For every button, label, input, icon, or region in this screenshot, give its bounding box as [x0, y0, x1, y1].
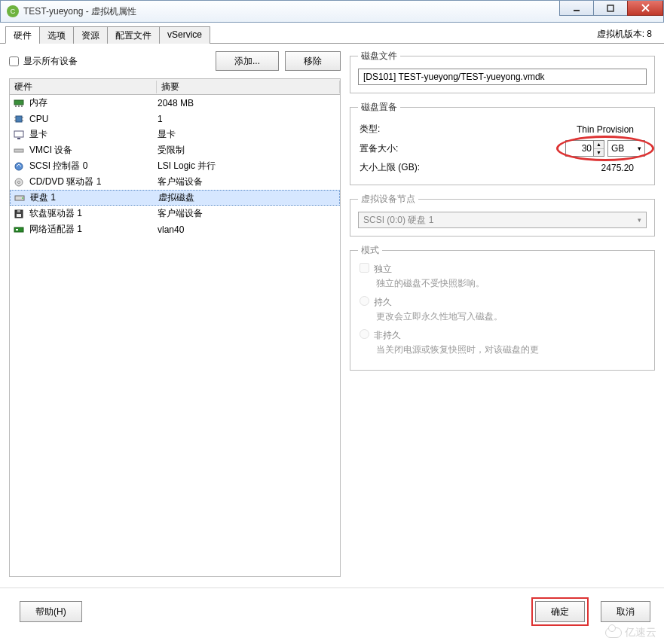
hw-name: SCSI 控制器 0: [29, 160, 158, 172]
disk-file-value[interactable]: [DS101] TEST-yueyong/TEST-yueyong.vmdk: [358, 69, 647, 85]
type-label: 类型:: [360, 121, 473, 137]
help-button[interactable]: 帮助(H): [20, 601, 82, 622]
close-button[interactable]: [627, 1, 663, 16]
scsi-icon: [13, 161, 25, 172]
hw-name: 显卡: [29, 128, 158, 141]
max-value: 2475.20: [474, 160, 645, 175]
size-input[interactable]: [566, 141, 593, 156]
show-all-checkbox[interactable]: [9, 56, 19, 66]
hw-name: CD/DVD 驱动器 1: [29, 175, 158, 188]
window-title: TEST-yueyong - 虚拟机属性: [23, 5, 136, 18]
hw-summary: 客户端设备: [158, 207, 337, 220]
mem-icon: [13, 98, 25, 108]
persistent-radio: [360, 296, 369, 306]
ok-button[interactable]: 确定: [535, 601, 585, 622]
persistent-label: 持久: [374, 296, 392, 309]
hw-summary: vlan40: [158, 224, 337, 235]
svg-rect-1: [607, 5, 614, 11]
svg-point-20: [22, 197, 23, 199]
spin-up-icon[interactable]: ▲: [594, 141, 604, 149]
main-area: 显示所有设备 添加... 移除 硬件 摘要 内存2048 MBCPU1显卡显卡V…: [0, 44, 664, 583]
cd-icon: [13, 177, 25, 188]
show-all-label: 显示所有设备: [23, 55, 78, 68]
video-icon: [13, 130, 25, 140]
hw-row[interactable]: 显卡显卡: [10, 127, 340, 142]
tab-vservice[interactable]: vService: [159, 26, 210, 44]
hw-summary: LSI Logic 并行: [158, 160, 337, 172]
hw-row[interactable]: 硬盘 1虚拟磁盘: [10, 190, 340, 206]
cpu-icon: [13, 114, 25, 124]
minimize-button[interactable]: [559, 1, 594, 16]
node-group: 虚拟设备节点 SCSI (0:0) 硬盘 1: [350, 193, 655, 237]
hw-summary: 1: [158, 114, 337, 124]
tabs: 硬件 选项 资源 配置文件 vService 虚拟机版本: 8: [0, 26, 664, 44]
add-button[interactable]: 添加...: [216, 51, 279, 71]
titlebar: C TEST-yueyong - 虚拟机属性: [0, 0, 664, 23]
spinner-arrows[interactable]: ▲▼: [593, 141, 604, 156]
nonpersistent-desc: 当关闭电源或恢复快照时，对该磁盘的更: [376, 343, 647, 356]
svg-rect-13: [14, 131, 23, 137]
col-hardware[interactable]: 硬件: [10, 81, 157, 93]
hw-summary: 受限制: [158, 144, 337, 157]
col-summary[interactable]: 摘要: [157, 81, 340, 93]
svg-rect-6: [18, 105, 20, 107]
mode-legend: 模式: [358, 244, 382, 257]
hw-name: VMCI 设备: [29, 144, 158, 157]
svg-rect-7: [21, 105, 23, 107]
ok-highlight: 确定: [531, 597, 589, 626]
svg-rect-25: [16, 229, 18, 230]
node-legend: 虚拟设备节点: [358, 193, 418, 206]
svg-rect-15: [14, 149, 23, 152]
type-value: Thin Provision: [474, 121, 645, 137]
hw-row[interactable]: 软盘驱动器 1客户端设备: [10, 206, 340, 221]
tab-hardware[interactable]: 硬件: [5, 26, 40, 44]
size-spinner[interactable]: ▲▼: [565, 140, 604, 157]
disk-file-legend: 磁盘文件: [358, 50, 400, 63]
hw-name: 内存: [29, 96, 158, 109]
left-pane: 显示所有设备 添加... 移除 硬件 摘要 内存2048 MBCPU1显卡显卡V…: [9, 50, 341, 577]
independent-row: 独立: [360, 263, 647, 276]
nonpersistent-row: 非持久: [360, 329, 647, 342]
persistent-row: 持久: [360, 296, 647, 309]
tab-options[interactable]: 选项: [39, 26, 74, 44]
svg-rect-4: [14, 100, 23, 105]
floppy-icon: [13, 209, 25, 219]
node-select: SCSI (0:0) 硬盘 1: [358, 212, 647, 228]
vmci-icon: [13, 145, 25, 156]
watermark: 亿速云: [605, 626, 656, 639]
left-top-controls: 显示所有设备 添加... 移除: [9, 50, 341, 72]
nic-icon: [13, 224, 25, 235]
hw-summary: 虚拟磁盘: [158, 191, 336, 204]
hw-list[interactable]: 内存2048 MBCPU1显卡显卡VMCI 设备受限制SCSI 控制器 0LSI…: [9, 95, 341, 577]
mode-group: 模式 独立 独立的磁盘不受快照影响。 持久 更改会立即永久性地写入磁盘。 非持久…: [350, 244, 655, 371]
tab-resources[interactable]: 资源: [73, 26, 108, 44]
provision-group: 磁盘置备 类型: Thin Provision 置备大小: ▲▼ GB: [350, 101, 655, 185]
disk-file-group: 磁盘文件 [DS101] TEST-yueyong/TEST-yueyong.v…: [350, 50, 655, 93]
hw-row[interactable]: SCSI 控制器 0LSI Logic 并行: [10, 158, 340, 174]
node-value: SCSI (0:0) 硬盘 1: [363, 214, 433, 227]
provision-legend: 磁盘置备: [358, 101, 400, 114]
window-buttons: [560, 1, 663, 16]
show-all-row[interactable]: 显示所有设备: [9, 55, 210, 68]
remove-button[interactable]: 移除: [285, 51, 341, 71]
hw-row[interactable]: VMCI 设备受限制: [10, 142, 340, 158]
hw-row[interactable]: 内存2048 MB: [10, 95, 340, 111]
hw-summary: 2048 MB: [158, 98, 337, 108]
hw-row[interactable]: 网络适配器 1vlan40: [10, 221, 340, 237]
cancel-button[interactable]: 取消: [601, 601, 650, 622]
hw-row[interactable]: CPU1: [10, 111, 340, 127]
spin-down-icon[interactable]: ▼: [594, 149, 604, 157]
svg-rect-14: [17, 138, 20, 139]
nonpersistent-radio: [360, 329, 369, 339]
tab-profiles[interactable]: 配置文件: [107, 26, 160, 44]
svg-rect-24: [14, 227, 23, 232]
right-pane: 磁盘文件 [DS101] TEST-yueyong/TEST-yueyong.v…: [350, 50, 655, 577]
hw-summary: 客户端设备: [158, 175, 337, 188]
watermark-text: 亿速云: [625, 626, 656, 639]
hw-name: 软盘驱动器 1: [29, 207, 158, 220]
unit-select[interactable]: GB: [607, 140, 645, 157]
hw-row[interactable]: CD/DVD 驱动器 1客户端设备: [10, 174, 340, 190]
disk-icon: [14, 193, 26, 203]
maximize-button[interactable]: [593, 1, 628, 16]
persistent-desc: 更改会立即永久性地写入磁盘。: [376, 310, 647, 323]
